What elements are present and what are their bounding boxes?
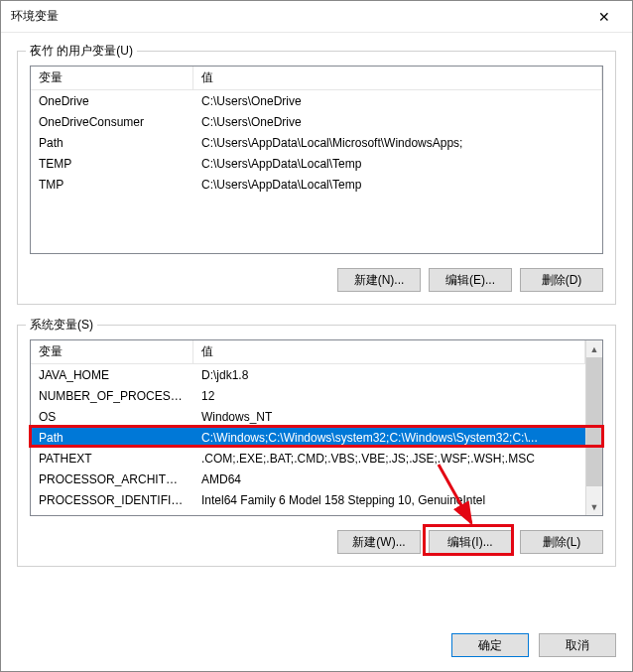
table-row[interactable]: JAVA_HOMED:\jdk1.8 (31, 364, 585, 385)
sys-new-button[interactable]: 新建(W)... (337, 530, 421, 554)
table-row[interactable]: PROCESSOR_ARCHITECTUREAMD64 (31, 469, 585, 489)
val-cell: C:\Users\OneDrive (193, 115, 602, 129)
col-val-header[interactable]: 值 (193, 67, 602, 89)
var-cell: JAVA_HOME (31, 368, 193, 382)
dialog-content: 夜竹 的用户变量(U) 变量 值 OneDriveC:\Users\OneDri… (1, 33, 632, 625)
user-delete-button[interactable]: 删除(D) (520, 268, 603, 292)
sys-vars-group: 系统变量(S) 变量 值 JAVA_HOMED:\jdk1.8NUMBER_OF… (17, 325, 616, 567)
var-cell: PROCESSOR_IDENTIFIER (31, 493, 193, 507)
val-cell: D:\jdk1.8 (193, 368, 585, 382)
list-header: 变量 值 (31, 67, 602, 90)
var-cell: OneDriveConsumer (31, 115, 193, 129)
col-var-header[interactable]: 变量 (31, 67, 193, 89)
user-edit-button[interactable]: 编辑(E)... (429, 268, 512, 292)
var-cell: PATHEXT (31, 452, 193, 466)
val-cell: Windows_NT (193, 410, 585, 424)
val-cell: Intel64 Family 6 Model 158 Stepping 10, … (193, 493, 585, 507)
var-cell: OS (31, 410, 193, 424)
table-row[interactable]: OneDriveConsumerC:\Users\OneDrive (31, 111, 602, 132)
table-row[interactable]: PATHEXT.COM;.EXE;.BAT;.CMD;.VBS;.VBE;.JS… (31, 448, 585, 469)
table-row[interactable]: PROCESSOR_IDENTIFIERIntel64 Family 6 Mod… (31, 489, 585, 510)
table-row[interactable]: OSWindows_NT (31, 406, 585, 427)
val-cell: 12 (193, 389, 585, 403)
val-cell: C:\Users\AppData\Local\Temp (193, 157, 602, 171)
sys-vars-list[interactable]: 变量 值 JAVA_HOMED:\jdk1.8NUMBER_OF_PROCESS… (30, 339, 603, 516)
close-button[interactable]: ✕ (584, 3, 624, 31)
var-cell: Path (31, 431, 193, 445)
val-cell: C:\Users\AppData\Local\Microsoft\Windows… (193, 136, 602, 150)
sys-delete-button[interactable]: 删除(L) (520, 530, 603, 554)
ok-button[interactable]: 确定 (451, 633, 529, 657)
val-cell: AMD64 (193, 472, 585, 486)
var-cell: OneDrive (31, 94, 193, 108)
table-row[interactable]: NUMBER_OF_PROCESSORS12 (31, 385, 585, 406)
var-cell: Path (31, 136, 193, 150)
sys-vars-legend: 系统变量(S) (26, 317, 97, 334)
val-cell: .COM;.EXE;.BAT;.CMD;.VBS;.VBE;.JS;.JSE;.… (193, 452, 585, 466)
scrollbar[interactable]: ▲ ▼ (585, 340, 602, 515)
user-vars-list[interactable]: 变量 值 OneDriveC:\Users\OneDriveOneDriveCo… (30, 66, 603, 254)
user-vars-legend: 夜竹 的用户变量(U) (26, 43, 137, 60)
list-header: 变量 值 (31, 340, 585, 364)
val-cell: C:\Users\AppData\Local\Temp (193, 178, 602, 192)
table-row[interactable]: TMPC:\Users\AppData\Local\Temp (31, 174, 602, 195)
user-new-button[interactable]: 新建(N)... (337, 268, 421, 292)
var-cell: TEMP (31, 157, 193, 171)
var-cell: TMP (31, 178, 193, 192)
dialog-title: 环境变量 (11, 8, 59, 25)
scroll-thumb[interactable] (586, 357, 602, 486)
titlebar: 环境变量 ✕ (1, 1, 632, 33)
table-row[interactable]: PathC:\Windows;C:\Windows\system32;C:\Wi… (31, 427, 585, 448)
col-var-header[interactable]: 变量 (31, 340, 193, 363)
close-icon: ✕ (598, 9, 610, 25)
col-val-header[interactable]: 值 (193, 340, 585, 363)
env-vars-dialog: 环境变量 ✕ 夜竹 的用户变量(U) 变量 值 OneDriveC:\Users… (0, 0, 633, 672)
scroll-down-icon[interactable]: ▼ (586, 498, 602, 515)
table-row[interactable]: TEMPC:\Users\AppData\Local\Temp (31, 153, 602, 174)
sys-buttons: 新建(W)... 编辑(I)... 删除(L) (30, 530, 603, 554)
user-vars-group: 夜竹 的用户变量(U) 变量 值 OneDriveC:\Users\OneDri… (17, 51, 616, 305)
sys-edit-button[interactable]: 编辑(I)... (429, 530, 512, 554)
scroll-up-icon[interactable]: ▲ (586, 340, 602, 357)
dialog-footer: 确定 取消 (1, 625, 632, 671)
val-cell: C:\Windows;C:\Windows\system32;C:\Window… (193, 431, 585, 445)
user-buttons: 新建(N)... 编辑(E)... 删除(D) (30, 268, 603, 292)
val-cell: C:\Users\OneDrive (193, 94, 602, 108)
table-row[interactable]: PathC:\Users\AppData\Local\Microsoft\Win… (31, 132, 602, 153)
table-row[interactable]: OneDriveC:\Users\OneDrive (31, 90, 602, 111)
var-cell: PROCESSOR_ARCHITECTURE (31, 472, 193, 486)
cancel-button[interactable]: 取消 (539, 633, 616, 657)
var-cell: NUMBER_OF_PROCESSORS (31, 389, 193, 403)
